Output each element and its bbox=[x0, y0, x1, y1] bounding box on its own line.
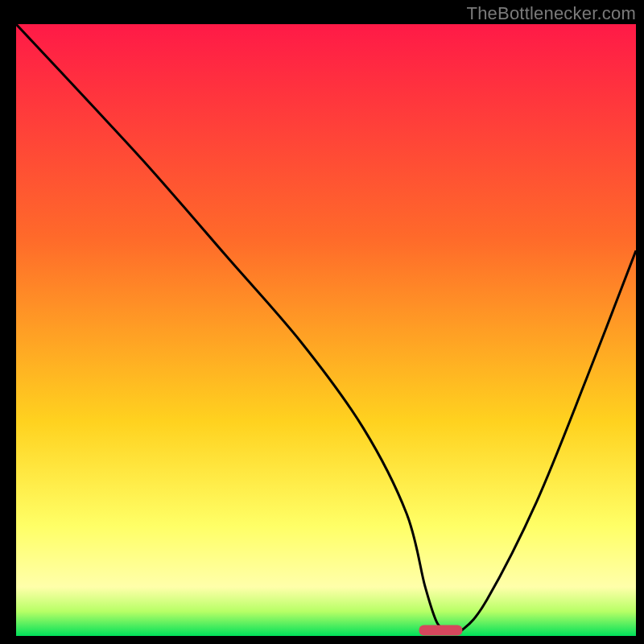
attribution-text: TheBottlenecker.com bbox=[467, 3, 636, 24]
bottleneck-curve bbox=[16, 24, 636, 633]
chart-area bbox=[16, 24, 636, 636]
chart-overlay bbox=[16, 24, 636, 636]
optimal-marker bbox=[419, 625, 463, 635]
